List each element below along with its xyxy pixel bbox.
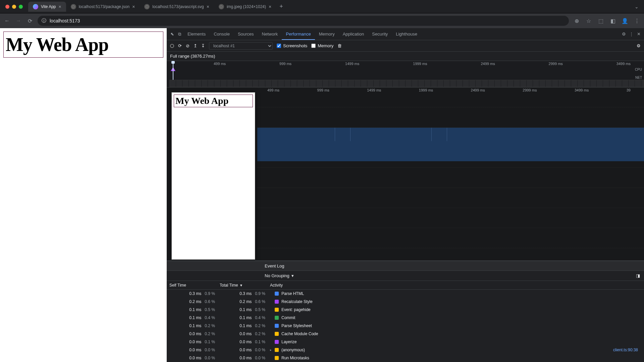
table-row[interactable]: 0.0 ms0.1 % 0.0 ms0.1 % Layerize [167,338,644,346]
download-button[interactable]: ↧ [201,43,205,48]
device-toggle-icon[interactable]: ⧉ [176,32,183,37]
performance-settings-icon[interactable]: ⚙ [637,43,641,48]
tick-label: 499 ms [214,62,226,66]
screenshot-heading: My Web App [174,95,253,107]
site-info-icon[interactable]: ⓘ [42,18,46,24]
tab-overflow-button[interactable]: ⌄ [635,4,639,9]
reload-record-button[interactable]: ⟳ [178,43,182,48]
page-heading: My Web App [3,32,163,58]
profile-icon[interactable]: 👤 [621,17,629,24]
upload-button[interactable]: ↥ [194,43,197,48]
window-titlebar: Vite App×◌localhost:5173/package.json×◌l… [0,0,644,13]
table-row[interactable]: 0.3 ms0.9 % 0.3 ms0.9 % Parse HTML [167,290,644,298]
table-row[interactable]: 0.0 ms0.0 % 0.0 ms0.0 % ▸ (anonymous) cl… [167,346,644,354]
table-row[interactable]: 0.0 ms0.2 % 0.0 ms0.2 % Cache Module Cod… [167,330,644,338]
close-tab-icon[interactable]: × [207,4,209,9]
tick-label: 2999 ms [549,62,563,66]
devtools-tab-elements[interactable]: Elements [183,29,210,39]
window-corner-controls: ⌄ [635,4,644,9]
memory-checkbox-input[interactable] [311,44,316,48]
bookmark-icon[interactable]: ☆ [585,17,592,24]
forward-button[interactable]: → [15,17,22,24]
favicon-icon: ◌ [144,4,150,9]
activity-name: Cache Module Code [281,331,318,336]
expand-icon[interactable]: ▸ [270,348,272,352]
recording-select[interactable]: localhost #1 [209,42,273,50]
table-row[interactable]: 0.2 ms0.6 % 0.2 ms0.6 % Recalculate Styl… [167,298,644,306]
browser-tab[interactable]: ◌img.jpeg (1024×1024)× [214,2,276,12]
browser-tabs: Vite App×◌localhost:5173/package.json×◌l… [28,0,276,13]
reload-button[interactable]: ⟳ [26,17,34,24]
activity-name: Parse Stylesheet [281,323,312,328]
clear-button[interactable]: ⊘ [186,43,190,48]
activity-color-swatch [275,332,279,336]
close-tab-icon[interactable]: × [269,4,271,9]
minimize-window-button[interactable] [12,5,16,9]
settings-icon[interactable]: ⚙ [621,32,627,37]
maximize-window-button[interactable] [19,5,23,9]
event-log-tab[interactable]: Event Log [167,261,644,271]
collect-garbage-icon[interactable]: 🗑 [337,43,342,48]
grouping-select[interactable]: No Grouping ▾ [265,273,294,278]
favicon-icon [33,4,38,9]
activity-color-swatch [275,292,279,296]
overview-range-handle[interactable] [173,62,173,80]
table-row[interactable]: 0.1 ms0.2 % 0.1 ms0.2 % Parse Stylesheet [167,322,644,330]
url-text: localhost:5173 [50,18,80,23]
filmstrip [169,80,644,87]
tab-title: localhost:5173/javascript.svg [152,4,204,9]
record-button[interactable] [170,44,174,48]
browser-tab[interactable]: Vite App× [28,2,66,12]
table-row[interactable]: 0.1 ms0.5 % 0.1 ms0.5 % Event: pagehide [167,306,644,314]
memory-checkbox[interactable]: Memory [311,43,333,48]
activity-name: Run Microtasks [281,356,309,360]
favicon-icon: ◌ [219,4,224,9]
col-total-time[interactable]: Total Time ▾ [220,283,270,288]
browser-tab[interactable]: ◌localhost:5173/javascript.svg× [140,2,214,12]
tick-label: 1499 ms [345,62,359,66]
source-link[interactable]: client.ts:90:38 [613,348,641,352]
back-button[interactable]: ← [3,17,11,24]
extensions-icon[interactable]: ⬚ [597,17,604,24]
event-log-rows: 0.3 ms0.9 % 0.3 ms0.9 % Parse HTML 0.2 m… [167,290,644,362]
devtools-tab-lighthouse[interactable]: Lighthouse [392,29,421,39]
devtools-tab-sources[interactable]: Sources [234,29,258,39]
devtools-tab-performance[interactable]: Performance [282,29,315,40]
menu-icon[interactable]: ⋮ [633,17,641,24]
devtools-tab-console[interactable]: Console [210,29,234,39]
activity-color-swatch [275,300,279,304]
activity-name: Layerize [281,340,297,344]
activity-name: Commit [281,315,295,320]
inspect-icon[interactable]: ⬉ [169,32,175,37]
url-input[interactable]: ⓘ localhost:5173 [38,16,569,26]
screenshots-checkbox[interactable]: Screenshots [277,43,307,48]
address-bar-row: ← → ⟳ ⓘ localhost:5173 ⊕ ☆ ⬚ ◧ 👤 ⋮ [0,13,644,28]
table-row[interactable]: 0.1 ms0.4 % 0.1 ms0.4 % Commit [167,314,644,322]
close-tab-icon[interactable]: × [58,4,61,9]
sidepanel-icon[interactable]: ◧ [609,17,616,24]
chevron-down-icon: ▾ [291,273,294,278]
timeline-overview[interactable]: 499 ms999 ms1499 ms1999 ms2499 ms2999 ms… [167,61,644,87]
browser-tab[interactable]: ◌localhost:5173/package.json× [66,2,140,12]
devtools-tab-memory[interactable]: Memory [315,29,339,39]
screenshot-preview: My Web App [171,92,255,260]
devtools-tab-security[interactable]: Security [368,29,392,39]
devtools-tab-application[interactable]: Application [339,29,368,39]
screenshots-checkbox-input[interactable] [277,44,281,48]
devtools-tab-network[interactable]: Network [258,29,282,39]
devtools-menu-icon[interactable]: ⋮ [628,32,635,37]
table-header: Self Time Total Time ▾ Activity [167,281,644,290]
page-viewport: My Web App [0,28,167,362]
new-tab-button[interactable]: + [276,3,286,10]
zoom-icon[interactable]: ⊕ [573,17,580,24]
close-tab-icon[interactable]: × [132,4,135,9]
cpu-label: CPU [635,68,642,71]
toggle-pane-icon[interactable]: ◨ [636,273,640,278]
devtools-close-icon[interactable]: ✕ [635,32,642,37]
col-activity[interactable]: Activity [270,283,641,288]
col-self-time[interactable]: Self Time [169,283,220,288]
traffic-lights [0,5,28,9]
flame-chart[interactable]: 499 ms999 ms1499 ms1999 ms2499 ms2999 ms… [167,87,644,261]
close-window-button[interactable] [5,5,9,9]
table-row[interactable]: 0.0 ms0.0 % 0.0 ms0.0 % Run Microtasks [167,354,644,362]
